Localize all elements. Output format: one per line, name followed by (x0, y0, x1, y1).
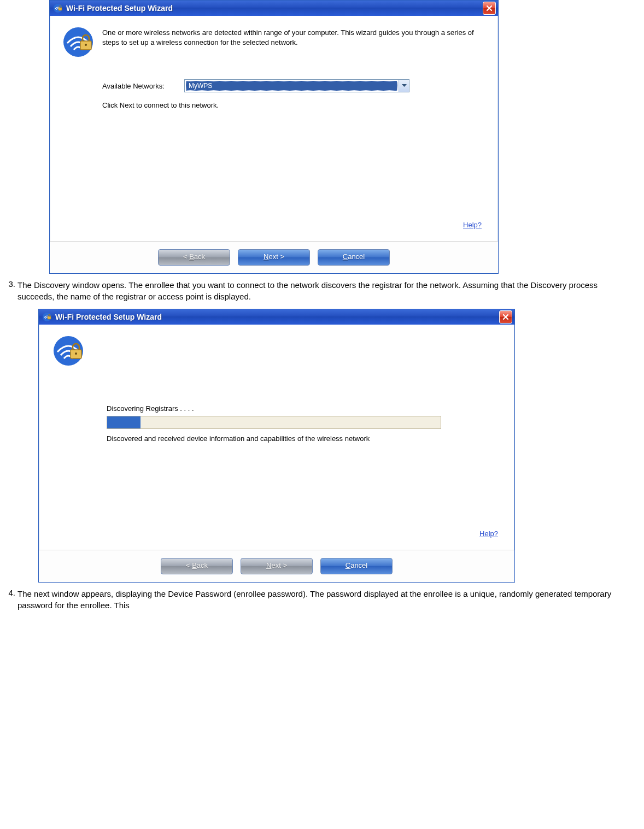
selected-network: MyWPS (186, 81, 397, 91)
wps-wizard-dialog-1: Wi-Fi Protected Setup Wizard (49, 0, 499, 274)
step-text: The next window appears, displaying the … (17, 588, 633, 611)
svg-point-9 (75, 352, 77, 355)
click-next-instruction: Click Next to connect to this network. (102, 101, 485, 109)
title-bar[interactable]: Wi-Fi Protected Setup Wizard (50, 1, 498, 16)
discovery-status-text: Discovered and received device informati… (107, 434, 456, 443)
step-number: 3. (0, 279, 17, 302)
step-number: 4. (0, 588, 17, 611)
step-3: 3. The Discovery window opens. The enrol… (0, 279, 633, 302)
available-networks-label: Available Networks: (102, 82, 184, 90)
back-button[interactable]: < Back (161, 558, 233, 574)
close-button[interactable] (499, 310, 512, 324)
window-title: Wi-Fi Protected Setup Wizard (66, 4, 483, 13)
back-button[interactable]: < Back (158, 249, 230, 266)
wifi-lock-icon (63, 27, 93, 57)
close-button[interactable] (483, 2, 496, 15)
next-button[interactable]: Next > (241, 558, 313, 574)
chevron-down-icon[interactable] (399, 80, 409, 92)
wifi-lock-icon (53, 3, 63, 13)
step-text: The Discovery window opens. The enrollee… (17, 279, 633, 302)
discovering-label: Discovering Registrars . . . . (107, 404, 456, 413)
svg-point-4 (85, 44, 87, 46)
help-link[interactable]: Help? (463, 221, 482, 229)
svg-rect-6 (48, 316, 51, 319)
intro-text: One or more wireless networks are detect… (102, 27, 485, 57)
wifi-lock-icon (42, 312, 52, 322)
title-bar[interactable]: Wi-Fi Protected Setup Wizard (39, 309, 514, 325)
step-4: 4. The next window appears, displaying t… (0, 588, 633, 611)
available-networks-dropdown[interactable]: MyWPS (184, 79, 409, 92)
wifi-lock-icon (53, 336, 84, 366)
svg-rect-1 (58, 8, 62, 10)
next-button[interactable]: Next > (238, 249, 310, 266)
button-bar: < Back Next > Cancel (50, 241, 498, 273)
cancel-button[interactable]: Cancel (318, 249, 390, 266)
help-link[interactable]: Help? (479, 530, 498, 538)
wps-wizard-dialog-2: Wi-Fi Protected Setup Wizard (38, 309, 515, 583)
window-title: Wi-Fi Protected Setup Wizard (55, 313, 499, 321)
progress-bar (107, 416, 441, 429)
button-bar: < Back Next > Cancel (39, 550, 514, 582)
progress-fill (107, 416, 140, 428)
cancel-button[interactable]: Cancel (320, 558, 393, 574)
